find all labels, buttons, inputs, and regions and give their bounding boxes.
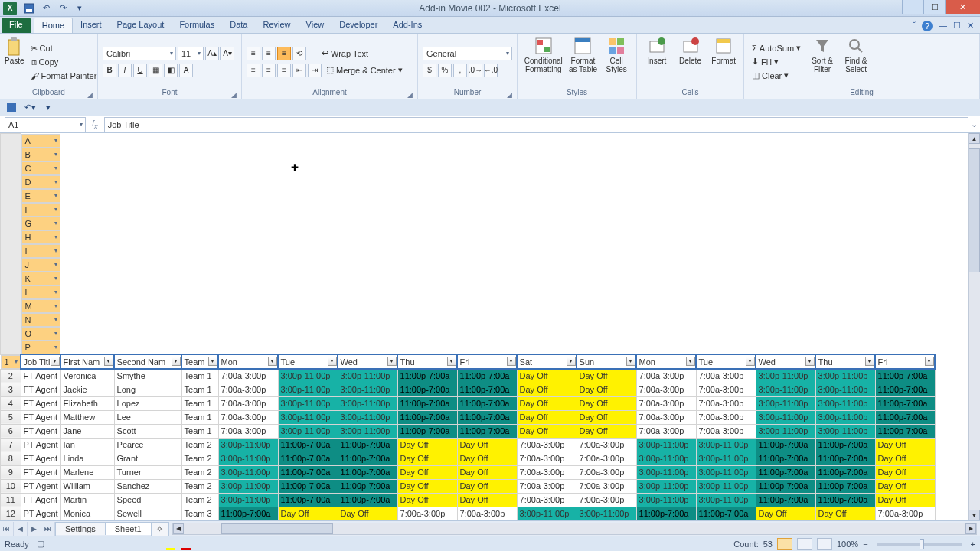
cell[interactable]: 7:00a-3:00p (457, 507, 517, 520)
cell[interactable]: 7:00a-3:00p (218, 396, 278, 410)
cell[interactable]: 11:00p-7:00a (756, 493, 815, 507)
tab-add-ins[interactable]: Add-Ins (385, 18, 430, 33)
cell[interactable]: Monica (60, 507, 114, 520)
cell[interactable]: 3:00p-11:00p (278, 369, 338, 383)
cell[interactable]: Team 1 (181, 383, 218, 396)
cell[interactable]: Sewell (114, 507, 181, 520)
col-header-P[interactable]: P (21, 341, 61, 354)
cell[interactable]: 11:00p-7:00a (278, 479, 338, 493)
col-header-H[interactable]: H (21, 230, 61, 244)
col-header-C[interactable]: C (21, 161, 61, 175)
maximize-button[interactable]: ☐ (923, 0, 945, 14)
select-all-corner[interactable] (1, 134, 21, 355)
cell[interactable]: 3:00p-11:00p (756, 369, 815, 383)
cell[interactable]: 11:00p-7:00a (278, 465, 338, 479)
tab-developer[interactable]: Developer (332, 18, 385, 33)
align-middle-button[interactable]: ≡ (262, 47, 276, 60)
cut-button[interactable]: ✂Cut (28, 42, 100, 55)
filter-dropdown-icon[interactable]: ▼ (507, 357, 516, 366)
row-header-7[interactable]: 7 (1, 438, 21, 452)
cell[interactable]: 7:00a-3:00p (875, 507, 935, 520)
font-family-select[interactable]: Calibri (103, 47, 176, 60)
cell[interactable]: Linda (60, 452, 114, 465)
row-header-11[interactable]: 11 (1, 493, 21, 507)
wrap-text-button[interactable]: ↩Wrap Text (318, 47, 371, 60)
cell[interactable]: 3:00p-11:00p (517, 507, 577, 520)
cell[interactable]: 11:00p-7:00a (756, 479, 815, 493)
cell[interactable]: 11:00p-7:00a (815, 479, 875, 493)
row-header-4[interactable]: 4 (1, 396, 21, 410)
cell[interactable]: Martin (60, 493, 114, 507)
cell[interactable]: Day Off (457, 493, 517, 507)
window-close-icon[interactable]: ✕ (967, 21, 974, 31)
cell[interactable]: 11:00p-7:00a (457, 396, 517, 410)
align-top-button[interactable]: ≡ (247, 47, 260, 60)
cell[interactable]: Day Off (517, 396, 577, 410)
scroll-thumb[interactable] (969, 148, 980, 272)
cell[interactable]: 3:00p-11:00p (278, 410, 338, 424)
cell[interactable]: 7:00a-3:00p (517, 479, 577, 493)
row-header-8[interactable]: 8 (1, 452, 21, 465)
decrease-decimal-button[interactable]: ←.0 (484, 64, 498, 77)
cell[interactable]: 11:00p-7:00a (278, 493, 338, 507)
tab-insert[interactable]: Insert (73, 18, 109, 33)
cell[interactable]: 7:00a-3:00p (218, 410, 278, 424)
filter-dropdown-icon[interactable]: ▼ (865, 357, 874, 366)
scroll-down-icon[interactable]: ▼ (969, 510, 980, 520)
header-cell[interactable]: Sun▼ (577, 354, 636, 369)
cell[interactable]: 3:00p-11:00p (696, 452, 756, 465)
increase-decimal-button[interactable]: .0→ (469, 64, 482, 77)
col-header-G[interactable]: G (21, 217, 61, 230)
col-header-L[interactable]: L (21, 285, 61, 299)
cell[interactable]: 11:00p-7:00a (696, 507, 756, 520)
view-pagebreak-button[interactable] (817, 538, 832, 550)
qat-custom-icon[interactable]: ▾ (74, 2, 86, 15)
cell[interactable]: Team 2 (181, 452, 218, 465)
cell[interactable]: Day Off (577, 424, 636, 438)
tab-view[interactable]: View (299, 18, 332, 33)
cell[interactable]: 3:00p-11:00p (278, 383, 338, 396)
row-header-10[interactable]: 10 (1, 479, 21, 493)
col-header-A[interactable]: A (21, 134, 61, 148)
header-cell[interactable]: First Nam▼ (60, 354, 114, 369)
cell[interactable]: 3:00p-11:00p (696, 479, 756, 493)
horizontal-scrollbar[interactable]: ◀ ▶ (172, 523, 977, 535)
header-cell[interactable]: Tue▼ (696, 354, 756, 369)
sheet-tab-sheet1[interactable]: Sheet1 (105, 522, 152, 535)
cell[interactable]: Long (114, 383, 181, 396)
fill-button[interactable]: ⬇Fill ▾ (749, 55, 804, 68)
cell[interactable]: Marlene (60, 465, 114, 479)
formula-input[interactable]: Job Title (104, 117, 968, 132)
cell[interactable]: 7:00a-3:00p (517, 465, 577, 479)
row-header-3[interactable]: 3 (1, 383, 21, 396)
header-cell[interactable]: Job Titl▼ (21, 354, 60, 369)
col-header-D[interactable]: D (21, 175, 61, 189)
cell[interactable]: 7:00a-3:00p (218, 369, 278, 383)
cell[interactable]: Jane (60, 424, 114, 438)
row-header-1[interactable]: 1 (1, 355, 21, 369)
cell[interactable]: 11:00p-7:00a (338, 493, 397, 507)
cell[interactable]: 7:00a-3:00p (696, 383, 756, 396)
grow-font-button[interactable]: A▴ (205, 47, 219, 60)
cell[interactable]: Day Off (338, 507, 397, 520)
col-header-E[interactable]: E (21, 189, 61, 203)
cell[interactable]: 3:00p-11:00p (756, 424, 815, 438)
tab-review[interactable]: Review (255, 18, 298, 33)
cell[interactable]: 11:00p-7:00a (875, 424, 935, 438)
border-button[interactable]: ▦ (149, 64, 162, 77)
cell[interactable]: Matthew (60, 410, 114, 424)
row-header-12[interactable]: 12 (1, 507, 21, 520)
cell[interactable]: 11:00p-7:00a (457, 383, 517, 396)
cell[interactable]: Day Off (517, 383, 577, 396)
font-color-button[interactable]: A (179, 64, 193, 77)
col-header-O[interactable]: O (21, 327, 61, 341)
col-header-F[interactable]: F (21, 203, 61, 217)
format-cells-button[interactable]: Format (708, 35, 739, 88)
cell[interactable]: FT Agent (21, 465, 60, 479)
filter-dropdown-icon[interactable]: ▼ (268, 357, 277, 366)
cell[interactable]: 11:00p-7:00a (457, 369, 517, 383)
cell[interactable]: 3:00p-11:00p (218, 479, 278, 493)
tab-page-layout[interactable]: Page Layout (109, 18, 172, 33)
cell[interactable]: Speed (114, 493, 181, 507)
col-header-J[interactable]: J (21, 258, 61, 272)
